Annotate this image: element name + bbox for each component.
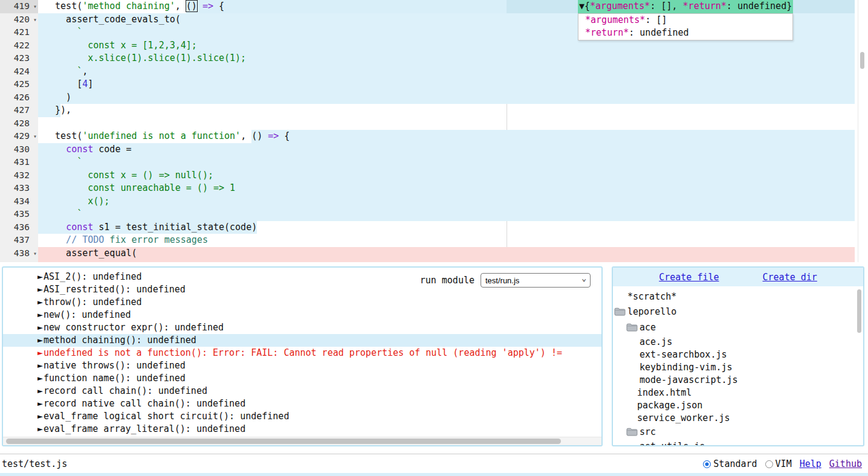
code-line[interactable]: 432 const x = () => null();: [0, 169, 868, 182]
line-number[interactable]: 431: [0, 156, 38, 169]
expand-arrow-icon[interactable]: ►: [37, 398, 43, 409]
run-module-select[interactable]: test/run.js: [481, 273, 591, 288]
tree-file[interactable]: keybinding-vim.js: [613, 361, 863, 373]
expand-arrow-icon[interactable]: ►: [37, 297, 43, 307]
test-result-item[interactable]: ►eval_frame array_literal(): undefined: [3, 423, 601, 436]
fold-arrow-icon[interactable]: ▾: [33, 247, 37, 260]
line-number[interactable]: 430: [0, 143, 38, 156]
test-result-item[interactable]: ►native throws(): undefined: [3, 359, 601, 372]
code-line[interactable]: 424 `,: [0, 65, 868, 79]
line-highlight: [38, 91, 855, 105]
test-result-item[interactable]: ►new constructor expr(): undefined: [3, 321, 601, 334]
line-number[interactable]: 422: [0, 39, 38, 53]
mode-label: Standard: [713, 458, 757, 469]
expand-arrow-icon[interactable]: ►: [37, 373, 43, 384]
line-number[interactable]: 424: [0, 65, 38, 79]
expand-arrow-icon[interactable]: ►: [37, 271, 43, 282]
fold-arrow-icon[interactable]: ▾: [33, 0, 37, 13]
code-line[interactable]: 437 // TODO fix error messages: [0, 234, 868, 247]
tree-file[interactable]: mode-javascript.js: [613, 373, 863, 386]
test-result-item[interactable]: ►new(): undefined: [3, 309, 601, 321]
line-number[interactable]: 439: [0, 260, 38, 262]
code-line[interactable]: 425 [4]: [0, 78, 868, 91]
tooltip-header[interactable]: ▼{*arguments*: [], *return*: undefined}: [578, 0, 793, 13]
line-number[interactable]: 420▾: [0, 13, 38, 27]
mode-option-vim[interactable]: VIM: [765, 458, 792, 469]
radio-icon[interactable]: [703, 460, 711, 468]
create-dir-link[interactable]: Create dir: [763, 272, 817, 283]
code-line[interactable]: 427 }),: [0, 104, 868, 117]
tree-file[interactable]: ext-searchbox.js: [613, 348, 863, 361]
tree-folder[interactable]: leporello: [613, 304, 863, 320]
code-line[interactable]: 428: [0, 117, 868, 130]
test-result-item[interactable]: ►record call chain(): undefined: [3, 385, 601, 397]
help-link[interactable]: Help: [800, 458, 821, 469]
editor-scrollbar-thumb[interactable]: [860, 52, 864, 69]
line-number[interactable]: 433: [0, 182, 38, 195]
code-line[interactable]: 438▾ assert_equal(: [0, 247, 868, 260]
fold-arrow-icon[interactable]: ▾: [33, 13, 37, 27]
expand-arrow-icon[interactable]: ►: [37, 322, 43, 333]
line-number[interactable]: 429▾: [0, 130, 38, 143]
github-link[interactable]: Github: [829, 458, 862, 469]
line-number[interactable]: 421: [0, 26, 38, 39]
expand-arrow-icon[interactable]: ►: [37, 309, 43, 320]
tooltip-entry[interactable]: *return*: undefined: [578, 27, 792, 40]
tree-file[interactable]: ast_utils.js: [613, 440, 863, 446]
mode-option-standard[interactable]: Standard: [703, 458, 757, 469]
code-line[interactable]: 436 const s1 = test_initial_state(code): [0, 221, 868, 234]
code-line[interactable]: 430 const code =: [0, 143, 868, 156]
line-number[interactable]: 437: [0, 234, 38, 247]
create-file-link[interactable]: Create file: [659, 272, 719, 283]
results-horizontal-scrollbar[interactable]: [3, 437, 601, 445]
tree-folder[interactable]: src: [613, 424, 863, 440]
line-number[interactable]: 427: [0, 104, 38, 117]
code-line[interactable]: 434 x();: [0, 195, 868, 208]
tree-folder[interactable]: ace: [613, 320, 863, 335]
test-result-item[interactable]: ►undefined is not a function(): Error: F…: [3, 347, 601, 359]
radio-icon[interactable]: [765, 460, 773, 468]
code-line[interactable]: 433 const unreachable = () => 1: [0, 182, 868, 195]
line-number[interactable]: 426: [0, 91, 38, 105]
code-line[interactable]: 422 const x = [1,2,3,4];: [0, 39, 868, 53]
line-number[interactable]: 438▾: [0, 247, 38, 260]
expand-arrow-icon[interactable]: ►: [37, 385, 43, 396]
tree-file[interactable]: service_worker.js: [613, 411, 863, 424]
results-scrollbar-thumb[interactable]: [6, 439, 561, 444]
code-line[interactable]: 429▾ test('undefined is not a function',…: [0, 130, 868, 143]
test-result-item[interactable]: ►throw(): undefined: [3, 296, 601, 309]
line-number[interactable]: 435: [0, 208, 38, 221]
expand-arrow-icon[interactable]: ►: [37, 284, 43, 295]
line-number[interactable]: 423: [0, 52, 38, 65]
code-line[interactable]: 423 x.slice(1).slice(1).slice(1);: [0, 52, 868, 65]
fold-arrow-icon[interactable]: ▾: [33, 130, 37, 143]
tree-file[interactable]: index.html: [613, 386, 863, 399]
line-number[interactable]: 436: [0, 221, 38, 234]
expand-arrow-icon[interactable]: ►: [37, 335, 43, 346]
value-inspector-tooltip: ▼{*arguments*: [], *return*: undefined} …: [578, 0, 793, 40]
test-result-item[interactable]: ►method chaining(): undefined: [3, 334, 601, 347]
test-result-item[interactable]: ►record native call chain(): undefined: [3, 397, 601, 410]
test-results-list: ►ASI_2(): undefined►ASI_restrited(): und…: [3, 268, 601, 436]
expand-arrow-icon[interactable]: ►: [37, 411, 43, 422]
tree-file[interactable]: package.json: [613, 399, 863, 411]
line-number[interactable]: 428: [0, 117, 38, 130]
code-editor[interactable]: 419▾ test('method chaining', () => {420▾…: [0, 0, 868, 262]
files-scrollbar-thumb[interactable]: [857, 289, 861, 333]
test-result-item[interactable]: ►eval_frame logical short circuit(): und…: [3, 410, 601, 423]
tooltip-entry[interactable]: *arguments*: []: [578, 14, 792, 27]
code-line[interactable]: 426 ): [0, 91, 868, 105]
line-number[interactable]: 425: [0, 78, 38, 91]
expand-arrow-icon[interactable]: ►: [37, 360, 43, 371]
code-line[interactable]: 439: [0, 260, 868, 262]
line-number[interactable]: 434: [0, 195, 38, 208]
code-line[interactable]: 435 `: [0, 208, 868, 221]
code-line[interactable]: 431 `: [0, 156, 868, 169]
expand-arrow-icon[interactable]: ►: [37, 423, 43, 434]
line-number[interactable]: 432: [0, 169, 38, 182]
tree-file[interactable]: ace.js: [613, 335, 863, 348]
test-result-item[interactable]: ►function name(): undefined: [3, 372, 601, 385]
line-number[interactable]: 419▾: [0, 0, 38, 13]
expand-arrow-icon[interactable]: ►: [37, 347, 43, 358]
tree-file[interactable]: *scratch*: [613, 289, 863, 304]
